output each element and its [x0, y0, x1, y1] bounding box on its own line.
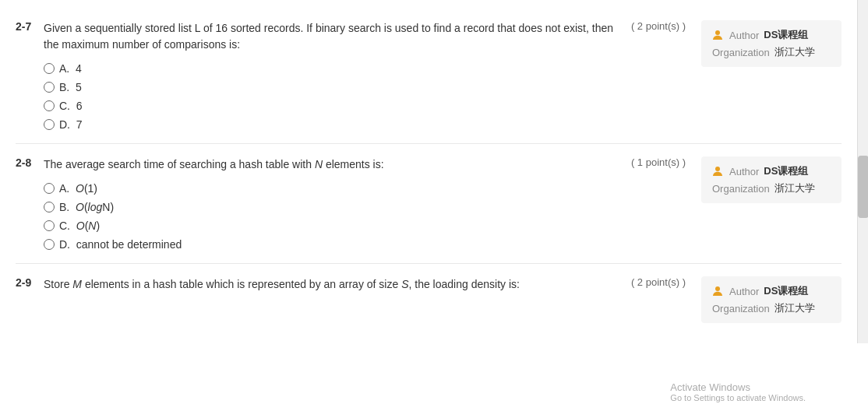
option-27-c[interactable]: C. 6 — [44, 100, 686, 112]
scrollbar[interactable] — [857, 0, 868, 343]
org-row-28: Organization 浙江大学 — [711, 181, 832, 195]
question-number-27: 2-7 — [16, 20, 39, 33]
question-right-29: Author DS课程组 Organization 浙江大学 — [701, 276, 842, 323]
option-28-b[interactable]: B. O(logN) — [44, 201, 686, 213]
option-28-d[interactable]: D. cannot be determined — [44, 238, 686, 251]
author-icon-29 — [711, 284, 725, 298]
option-27-a[interactable]: A. 4 — [44, 62, 686, 75]
author-label-27: Author — [729, 30, 759, 41]
question-block-27: 2-7 Given a sequentially stored list L o… — [16, 8, 842, 144]
org-value-29: 浙江大学 — [774, 301, 815, 315]
author-value-28: DS课程组 — [764, 164, 808, 178]
option-28-a[interactable]: A. O(1) — [44, 182, 686, 195]
author-card-28: Author DS课程组 Organization 浙江大学 — [701, 156, 842, 203]
org-row-27: Organization 浙江大学 — [711, 45, 832, 59]
question-title-28: 2-8 The average search time of searching… — [16, 156, 686, 173]
svg-point-2 — [715, 286, 720, 291]
radio-28-d[interactable] — [44, 239, 55, 250]
question-right-28: Author DS课程组 Organization 浙江大学 — [701, 156, 842, 251]
question-points-27: ( 2 point(s) ) — [631, 20, 686, 32]
option-28-c[interactable]: C. O(N) — [44, 220, 686, 232]
org-row-29: Organization 浙江大学 — [711, 301, 832, 315]
question-text-28: The average search time of searching a h… — [44, 156, 619, 173]
option-text-28-c: C. O(N) — [59, 220, 100, 232]
question-number-29: 2-9 — [16, 276, 39, 289]
option-text-27-b: B. 5 — [59, 81, 82, 93]
radio-28-c[interactable] — [44, 220, 55, 231]
question-points-29: ( 2 point(s) ) — [631, 276, 686, 288]
author-label-29: Author — [729, 286, 759, 297]
org-label-28: Organization — [712, 183, 770, 195]
option-text-28-a: A. O(1) — [59, 182, 97, 195]
svg-point-0 — [715, 30, 720, 35]
radio-27-a[interactable] — [44, 63, 55, 74]
author-label-28: Author — [729, 166, 759, 177]
question-text-29: Store M elements in a hash table which i… — [44, 276, 619, 293]
page-container: 2-7 Given a sequentially stored list L o… — [0, 0, 868, 343]
question-right-27: Author DS课程组 Organization 浙江大学 — [701, 20, 842, 131]
question-title-27: 2-7 Given a sequentially stored list L o… — [16, 20, 686, 53]
author-value-27: DS课程组 — [764, 28, 808, 42]
question-left-29: 2-9 Store M elements in a hash table whi… — [16, 276, 701, 323]
author-card-27: Author DS课程组 Organization 浙江大学 — [701, 20, 842, 67]
radio-28-b[interactable] — [44, 202, 55, 213]
option-27-b[interactable]: B. 5 — [44, 81, 686, 93]
question-left-27: 2-7 Given a sequentially stored list L o… — [16, 20, 701, 131]
options-28: A. O(1) B. O(logN) C. O(N) D. cannot be … — [16, 182, 686, 251]
radio-28-a[interactable] — [44, 183, 55, 194]
radio-27-b[interactable] — [44, 82, 55, 93]
author-value-29: DS课程组 — [764, 284, 808, 298]
question-block-29: 2-9 Store M elements in a hash table whi… — [16, 264, 842, 335]
main-content: 2-7 Given a sequentially stored list L o… — [0, 0, 857, 343]
author-icon-28 — [711, 164, 725, 178]
option-text-27-d: D. 7 — [59, 118, 83, 131]
author-row-29: Author DS课程组 — [711, 284, 832, 298]
option-text-28-b: B. O(logN) — [59, 201, 114, 213]
org-value-27: 浙江大学 — [774, 45, 815, 59]
option-text-27-a: A. 4 — [59, 62, 82, 75]
question-block-28: 2-8 The average search time of searching… — [16, 144, 842, 264]
author-icon-27 — [711, 28, 725, 42]
option-text-28-d: D. cannot be determined — [59, 238, 182, 251]
org-label-29: Organization — [712, 303, 770, 314]
org-value-28: 浙江大学 — [774, 181, 815, 195]
option-text-27-c: C. 6 — [59, 100, 83, 112]
scrollbar-thumb[interactable] — [858, 156, 868, 218]
author-card-29: Author DS课程组 Organization 浙江大学 — [701, 276, 842, 323]
org-label-27: Organization — [712, 47, 770, 58]
options-27: A. 4 B. 5 C. 6 D. 7 — [16, 62, 686, 131]
question-left-28: 2-8 The average search time of searching… — [16, 156, 701, 251]
author-row-28: Author DS课程组 — [711, 164, 832, 178]
question-points-28: ( 1 point(s) ) — [631, 156, 686, 168]
question-text-27: Given a sequentially stored list L of 16… — [44, 20, 619, 53]
radio-27-d[interactable] — [44, 119, 55, 130]
option-27-d[interactable]: D. 7 — [44, 118, 686, 131]
question-title-29: 2-9 Store M elements in a hash table whi… — [16, 276, 686, 293]
author-row-27: Author DS课程组 — [711, 28, 832, 42]
question-number-28: 2-8 — [16, 156, 39, 169]
radio-27-c[interactable] — [44, 100, 55, 111]
svg-point-1 — [715, 167, 720, 171]
